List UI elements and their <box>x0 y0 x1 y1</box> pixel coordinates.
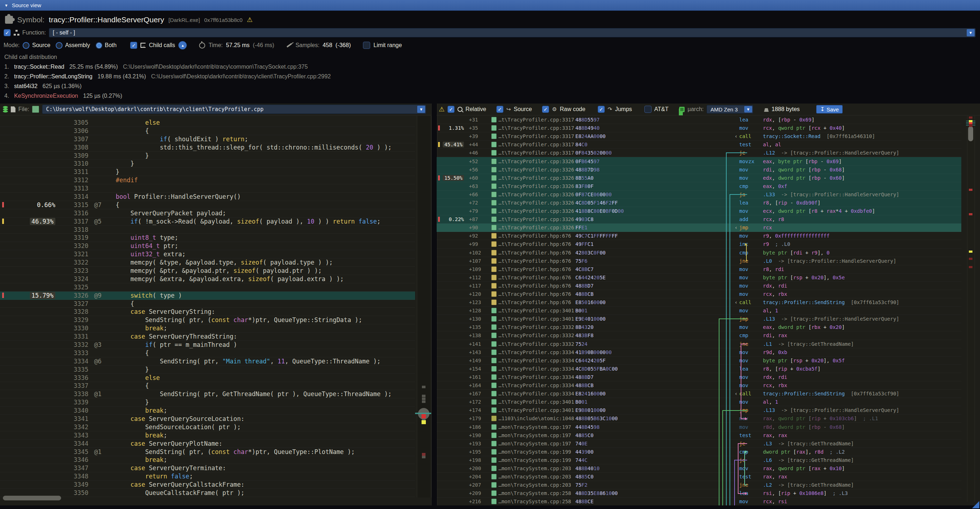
source-location-icon[interactable] <box>489 200 498 205</box>
scrollbar-thumb[interactable] <box>3 496 61 500</box>
function-checkbox[interactable]: ✓ <box>3 29 11 36</box>
asm-location[interactable]: …mon\TracySystem.cpp:197 <box>498 424 575 430</box>
asm-row-+35[interactable]: 1.31%+35…t\TracyProfiler.cpp:3317488B494… <box>437 124 961 132</box>
source-line-3321[interactable]: 3321 uint32_t extra; <box>0 250 415 258</box>
asm-location[interactable]: …t\TracyProfiler.cpp:3326 <box>498 225 575 231</box>
source-location-icon[interactable] <box>489 482 498 488</box>
source-line-3319[interactable]: 3319 uint8_t type; <box>0 234 415 242</box>
asm-location[interactable]: …t\TracyProfiler.hpp:676 <box>498 266 575 272</box>
source-line-3309[interactable]: 3309 } <box>0 152 415 160</box>
source-scroll-markers[interactable] <box>417 116 431 498</box>
chevron-down-icon[interactable]: ▼ <box>967 29 975 36</box>
source-line-3341[interactable]: 3341 case ServerQuerySourceLocation: <box>0 415 415 423</box>
collapse-up-button[interactable]: ▲ <box>178 41 187 49</box>
asm-location[interactable]: …t\TracyProfiler.cpp:3326 <box>498 159 575 164</box>
mode-radio-assembly[interactable]: Assembly <box>56 42 90 49</box>
source-location-icon[interactable] <box>489 391 498 396</box>
asm-row-+66[interactable]: +66…t\TracyProfiler.cpp:33260F87CE060000… <box>437 191 961 199</box>
asm-location[interactable]: …t\TracyProfiler.cpp:3401 <box>498 316 575 322</box>
source-line-3313[interactable]: 3313 <box>0 185 415 192</box>
raw-code-checkbox[interactable]: ✓ <box>542 106 549 113</box>
source-line-3311[interactable]: 3311} <box>0 168 415 176</box>
asm-row-+195[interactable]: +195…mon\TracySystem.cpp:199443900cmpdwo… <box>437 448 961 456</box>
asm-row-+102[interactable]: +102…t\TracyProfiler.hpp:67642803C0F00cm… <box>437 249 961 257</box>
child-call-entry[interactable]: 2.tracy::Profiler::SendLongString19.88 m… <box>4 73 980 80</box>
source-location-icon[interactable] <box>489 374 498 380</box>
asm-row-+207[interactable]: +207…mon\TracySystem.cpp:20375F2jne.L2 -… <box>437 481 961 489</box>
source-line-3322[interactable]: 3322 memcpy( &type, &payload.type, sizeo… <box>0 258 415 267</box>
source-location-icon[interactable] <box>489 159 498 164</box>
chevron-down-icon[interactable]: ▼ <box>744 106 752 113</box>
asm-location[interactable]: …mon\TracySystem.cpp:258 <box>498 490 575 496</box>
asm-location[interactable]: …t\TracyProfiler.cpp:3317 <box>498 134 575 139</box>
source-location-icon[interactable] <box>489 474 498 480</box>
source-line-3349[interactable]: 3349 case ServerQueryCallstackFrame: <box>0 480 415 489</box>
source-location-icon[interactable] <box>489 175 498 181</box>
asm-location[interactable]: …mon\TracySystem.cpp:203 <box>498 474 575 480</box>
asm-row-+120[interactable]: +120…t\TracyProfiler.hpp:676488BCBmovrcx… <box>437 290 961 298</box>
collapse-icon[interactable]: ▼ <box>4 3 8 8</box>
source-line-3347[interactable]: 3347 case ServerQueryTerminate: <box>0 464 415 472</box>
source-line-3343[interactable]: 3343 break; <box>0 431 415 440</box>
source-location-icon[interactable] <box>489 341 498 347</box>
source-line-3345[interactable]: 3345@1 SendString( ptr, (const char*)ptr… <box>0 448 415 456</box>
source-line-3327[interactable]: 3327 { <box>0 300 415 308</box>
asm-location[interactable]: …t\TracyProfiler.cpp:3317 <box>498 150 575 156</box>
source-location-icon[interactable] <box>489 299 498 305</box>
asm-row-+141[interactable]: +141…t\TracyProfiler.cpp:33327524jne.L1 … <box>437 340 961 348</box>
source-line-3326[interactable]: 15.79%3326@9 switch( type ) <box>0 291 415 300</box>
asm-row-+109[interactable]: +109…t\TracyProfiler.hpp:6764C8BC7movr8,… <box>437 265 961 274</box>
asm-location[interactable]: …t\TracyProfiler.cpp:3332 <box>498 341 575 347</box>
asm-row-+190[interactable]: +190…mon\TracySystem.cpp:1974885C0testra… <box>437 431 961 440</box>
asm-row-+143[interactable]: +143…t\TracyProfiler.cpp:333441B90B00000… <box>437 348 961 356</box>
source-line-3339[interactable]: 3339 } <box>0 398 415 407</box>
source-line-3337[interactable]: 3337 { <box>0 382 415 390</box>
source-location-icon[interactable] <box>489 366 498 372</box>
source-location-icon[interactable] <box>489 382 498 388</box>
asm-row-+179[interactable]: +179…1103\include\atomic:1048488B05B63C1… <box>437 414 961 423</box>
source-location-icon[interactable] <box>489 457 498 463</box>
source-line-3316[interactable]: 3316 ServerQueryPacket payload; <box>0 209 415 218</box>
asm-row-+186[interactable]: +186…mon\TracySystem.cpp:197448B4598movr… <box>437 423 961 431</box>
source-line-3335[interactable]: 3335 } <box>0 366 415 374</box>
chevron-down-icon[interactable]: ▼ <box>417 106 425 113</box>
source-location-icon[interactable] <box>489 424 498 430</box>
source-line-3305[interactable]: 3305 else <box>0 119 415 127</box>
asm-row-+92[interactable]: +92…t\TracyProfiler.hpp:67649C7C1FFFFFFF… <box>437 232 961 240</box>
source-location-icon[interactable] <box>489 125 498 131</box>
source-line-3332[interactable]: 3332@3 if( ptr == m_mainThread ) <box>0 341 415 349</box>
source-location-icon[interactable] <box>489 241 498 247</box>
source-line-3342[interactable]: 3342 SendSourceLocation( ptr ); <box>0 423 415 431</box>
asm-row-+200[interactable]: +200…mon\TracySystem.cpp:203488B4010movr… <box>437 464 961 473</box>
asm-location[interactable]: …mon\TracySystem.cpp:199 <box>498 457 575 463</box>
asm-location[interactable]: …t\TracyProfiler.cpp:3334 <box>498 349 575 355</box>
asm-row-+130[interactable]: +130…t\TracyProfiler.cpp:3401E9E4010000j… <box>437 315 961 323</box>
source-line-3333[interactable]: 3333 { <box>0 349 415 357</box>
asm-location[interactable]: …t\TracyProfiler.hpp:676 <box>498 291 575 297</box>
source-location-icon[interactable] <box>489 466 498 471</box>
source-location-icon[interactable] <box>489 117 498 122</box>
asm-row-+161[interactable]: +161…t\TracyProfiler.cpp:3334488BD7movrd… <box>437 373 961 382</box>
asm-row-+44[interactable]: 45.41%+44…t\TracyProfiler.cpp:331784C0te… <box>437 140 961 149</box>
source-location-icon[interactable] <box>489 441 498 447</box>
asm-row-+112[interactable]: +112…t\TracyProfiler.hpp:676C64424205Emo… <box>437 274 961 282</box>
source-location-icon[interactable] <box>489 358 498 363</box>
source-location-icon[interactable] <box>489 167 498 173</box>
source-location-icon[interactable] <box>489 308 498 313</box>
source-line-3329[interactable]: 3329 SendString( ptr, (const char*)ptr, … <box>0 316 415 324</box>
asm-row-+167[interactable]: +167…t\TracyProfiler.cpp:3334E824160000‹… <box>437 390 961 398</box>
asm-row-+46[interactable]: +46…t\TracyProfiler.cpp:33170F8435020000… <box>437 149 961 157</box>
source-location-icon[interactable] <box>489 332 498 338</box>
asm-location[interactable]: …t\TracyProfiler.cpp:3326 <box>498 175 575 181</box>
source-line-3308[interactable]: 3308 std::this_thread::sleep_for( std::c… <box>0 143 415 152</box>
source-line-3314[interactable]: 3314bool Profiler::HandleServerQuery() <box>0 192 415 201</box>
source-location-icon[interactable] <box>489 324 498 330</box>
asm-location[interactable]: …1103\include\atomic:1048 <box>498 415 575 421</box>
source-line-3336[interactable]: 3336 else <box>0 374 415 382</box>
source-location-icon[interactable] <box>489 134 498 139</box>
source-line-3315[interactable]: 0.66%3315@7{ <box>0 201 415 209</box>
asm-location[interactable]: …t\TracyProfiler.cpp:3401 <box>498 399 575 405</box>
source-location-icon[interactable] <box>489 433 498 438</box>
asm-row-+117[interactable]: +117…t\TracyProfiler.hpp:676488BD7movrdx… <box>437 282 961 290</box>
child-call-entry[interactable]: 4.KeSynchronizeExecution125 µs (0.27%) <box>4 93 980 99</box>
